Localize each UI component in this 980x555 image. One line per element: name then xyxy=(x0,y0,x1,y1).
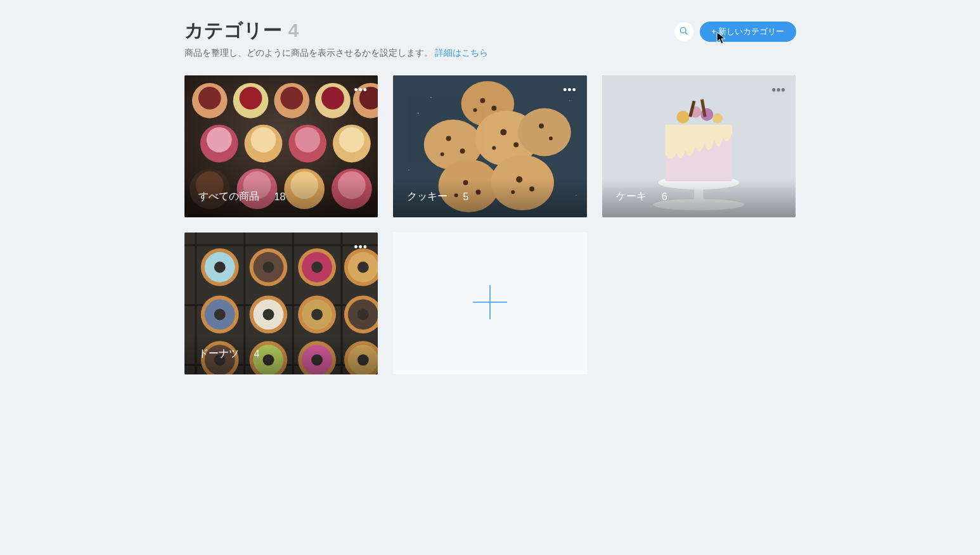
svg-point-14 xyxy=(206,127,231,153)
svg-point-89 xyxy=(357,262,368,273)
svg-point-98 xyxy=(311,309,323,320)
svg-point-92 xyxy=(214,309,225,320)
category-name: ケーキ xyxy=(616,190,647,203)
svg-point-80 xyxy=(214,262,225,273)
svg-point-53 xyxy=(549,137,553,141)
svg-point-4 xyxy=(198,87,221,110)
svg-point-6 xyxy=(239,87,262,110)
category-card-all[interactable]: ••• すべての商品 18 xyxy=(184,75,378,217)
card-more-button[interactable]: ••• xyxy=(563,84,577,96)
svg-point-55 xyxy=(430,97,432,98)
plus-icon xyxy=(470,283,510,324)
svg-point-56 xyxy=(408,169,409,170)
subtitle-text: 商品を整理し、どのように商品を表示させるかを設定します。 xyxy=(184,48,433,58)
svg-point-39 xyxy=(474,108,477,112)
new-category-button[interactable]: + 新しいカテゴリー xyxy=(700,22,796,42)
category-name: すべての商品 xyxy=(198,190,259,203)
category-name: クッキー xyxy=(407,190,448,203)
category-card-cookies[interactable]: ••• クッキー 5 xyxy=(393,75,587,217)
category-card-cake[interactable]: ••• ケーキ 6 xyxy=(602,75,796,217)
svg-point-101 xyxy=(357,309,368,320)
page-subtitle: 商品を整理し、どのように商品を表示させるかを設定します。 詳細はこちら xyxy=(184,48,489,59)
more-icon: ••• xyxy=(354,241,368,253)
card-more-button[interactable]: ••• xyxy=(354,84,368,96)
add-category-card[interactable] xyxy=(393,233,587,374)
category-item-count: 18 xyxy=(274,191,286,203)
svg-point-64 xyxy=(676,111,689,124)
svg-point-41 xyxy=(460,148,465,153)
svg-point-8 xyxy=(280,87,303,110)
new-category-label: + 新しいカテゴリー xyxy=(711,26,784,37)
svg-point-57 xyxy=(569,100,571,101)
category-card-donuts[interactable]: ••• ドーナツ 4 xyxy=(184,233,378,374)
search-button[interactable] xyxy=(674,22,693,41)
card-more-button[interactable]: ••• xyxy=(354,241,368,253)
svg-point-16 xyxy=(250,127,276,153)
svg-point-36 xyxy=(518,108,571,156)
category-item-count: 4 xyxy=(254,348,260,360)
svg-line-1 xyxy=(685,32,687,34)
category-item-count: 5 xyxy=(463,191,468,203)
learn-more-link[interactable]: 詳細はこちら xyxy=(435,48,488,58)
svg-point-38 xyxy=(491,106,496,111)
more-icon: ••• xyxy=(772,84,786,96)
svg-point-83 xyxy=(262,262,274,273)
svg-point-45 xyxy=(492,146,496,150)
svg-point-86 xyxy=(311,262,323,273)
search-icon xyxy=(679,26,689,38)
svg-point-40 xyxy=(446,136,451,141)
category-count: 4 xyxy=(288,20,299,41)
svg-point-52 xyxy=(539,124,544,129)
svg-point-95 xyxy=(262,309,274,320)
category-name: ドーナツ xyxy=(198,347,239,360)
svg-point-10 xyxy=(321,87,344,110)
svg-point-43 xyxy=(500,129,506,136)
svg-point-0 xyxy=(681,27,687,33)
more-icon: ••• xyxy=(354,84,368,96)
svg-point-54 xyxy=(418,113,419,114)
svg-point-42 xyxy=(441,152,444,156)
svg-point-18 xyxy=(295,127,320,153)
svg-point-67 xyxy=(712,113,723,124)
svg-point-20 xyxy=(338,127,364,153)
page-title: カテゴリー xyxy=(184,18,282,44)
more-icon: ••• xyxy=(563,84,577,96)
svg-point-44 xyxy=(513,143,519,148)
card-more-button[interactable]: ••• xyxy=(772,84,786,96)
svg-point-37 xyxy=(480,98,486,103)
category-item-count: 6 xyxy=(662,191,667,203)
